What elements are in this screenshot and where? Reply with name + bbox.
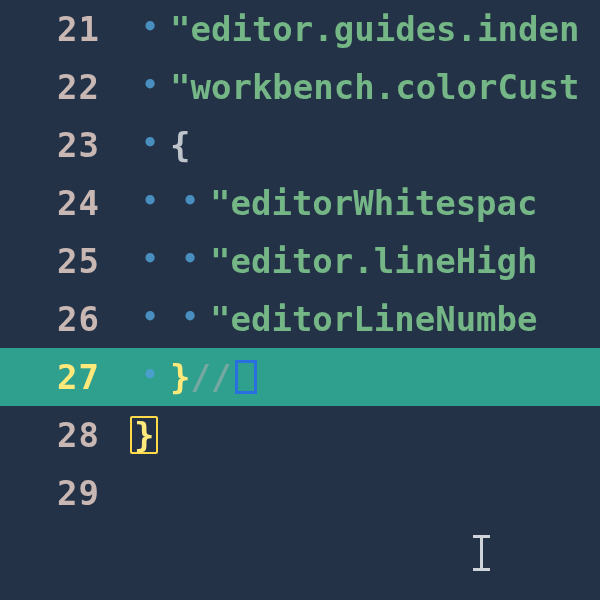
whitespace-dot-icon: • xyxy=(170,304,210,330)
code-line[interactable]: 25••"editor.lineHigh xyxy=(0,232,600,290)
code-content: ••"editorLineNumbe xyxy=(130,302,538,336)
line-number: 23 xyxy=(0,128,130,162)
code-line[interactable]: 28} xyxy=(0,406,600,464)
code-line[interactable]: 24••"editorWhitespac xyxy=(0,174,600,232)
line-number: 21 xyxy=(0,12,130,46)
code-content: } xyxy=(130,416,158,454)
token-cmt: // xyxy=(190,360,231,394)
token-key: "editor.guides.inden xyxy=(170,12,579,46)
token-key: "workbench.colorCust xyxy=(170,70,579,104)
code-content: ••"editorWhitespac xyxy=(130,186,538,220)
line-number: 26 xyxy=(0,302,130,336)
whitespace-dot-icon: • xyxy=(130,130,170,156)
whitespace-dot-icon: • xyxy=(130,72,170,98)
whitespace-dot-icon: • xyxy=(130,304,170,330)
whitespace-dot-icon: • xyxy=(170,188,210,214)
line-number: 28 xyxy=(0,418,130,452)
code-line[interactable]: 29 xyxy=(0,464,600,522)
line-number: 27 xyxy=(0,360,130,394)
whitespace-dot-icon: • xyxy=(130,188,170,214)
token-brace: } xyxy=(170,360,190,394)
token-punc: { xyxy=(170,128,190,162)
token-key: "editorLineNumbe xyxy=(210,302,538,336)
code-content: •}// xyxy=(130,360,257,394)
whitespace-dot-icon: • xyxy=(170,246,210,272)
code-editor[interactable]: 21•"editor.guides.inden22•"workbench.col… xyxy=(0,0,600,600)
code-line[interactable]: 26••"editorLineNumbe xyxy=(0,290,600,348)
text-cursor-icon xyxy=(480,535,483,571)
line-number: 24 xyxy=(0,186,130,220)
code-content: •{ xyxy=(130,128,190,162)
line-number: 29 xyxy=(0,476,130,510)
line-number: 25 xyxy=(0,244,130,278)
code-line[interactable]: 22•"workbench.colorCust xyxy=(0,58,600,116)
bracket-match: } xyxy=(130,416,158,454)
code-line[interactable]: 21•"editor.guides.inden xyxy=(0,0,600,58)
code-line[interactable]: 23•{ xyxy=(0,116,600,174)
code-line[interactable]: 27•}// xyxy=(0,348,600,406)
whitespace-dot-icon: • xyxy=(130,14,170,40)
whitespace-dot-icon: • xyxy=(130,246,170,272)
token-key: "editorWhitespac xyxy=(210,186,538,220)
code-content: •"editor.guides.inden xyxy=(130,12,579,46)
token-key: "editor.lineHigh xyxy=(210,244,538,278)
code-content: •"workbench.colorCust xyxy=(130,70,579,104)
edit-cursor xyxy=(235,360,257,394)
line-number: 22 xyxy=(0,70,130,104)
whitespace-dot-icon: • xyxy=(130,362,170,388)
code-content: ••"editor.lineHigh xyxy=(130,244,538,278)
